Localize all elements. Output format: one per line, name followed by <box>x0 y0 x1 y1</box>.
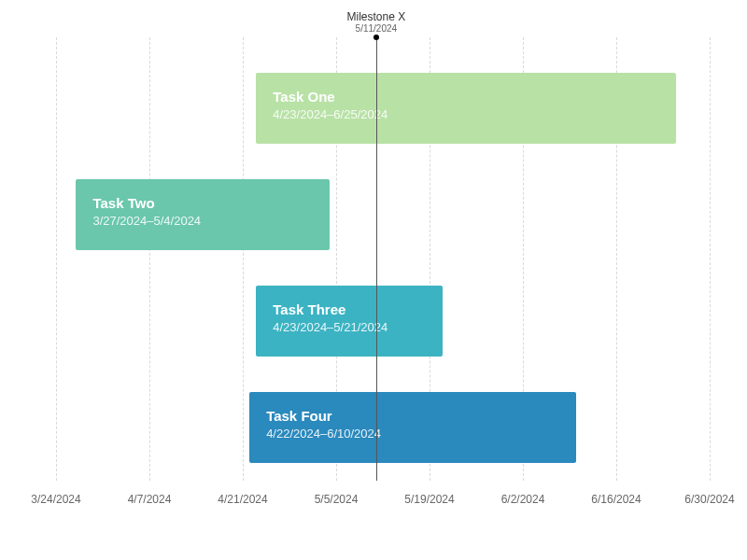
task-name: Task One <box>273 88 659 106</box>
milestone-label: Milestone X5/11/2024 <box>346 11 405 34</box>
x-tick-label: 3/24/2024 <box>31 493 80 506</box>
gantt-chart: Task One4/23/2024–6/25/2024Task Two3/27/… <box>0 0 747 560</box>
x-tick-label: 6/30/2024 <box>684 493 734 506</box>
task-name: Task Two <box>92 194 312 213</box>
task-bar: Task Two3/27/2024–5/4/2024 <box>76 179 329 250</box>
task-dates: 4/23/2024–5/21/2024 <box>273 319 426 336</box>
x-tick-label: 5/5/2024 <box>315 493 359 506</box>
task-bar: Task Three4/23/2024–5/21/2024 <box>256 286 443 357</box>
task-name: Task Three <box>273 301 426 319</box>
task-dates: 3/27/2024–5/4/2024 <box>92 213 312 230</box>
gridline <box>56 37 57 481</box>
milestone-name: Milestone X <box>346 11 405 23</box>
gridline <box>710 37 711 481</box>
task-name: Task Four <box>266 407 559 426</box>
milestone-line <box>376 37 377 481</box>
milestone-dot <box>374 35 379 40</box>
plot-area: Task One4/23/2024–6/25/2024Task Two3/27/… <box>56 37 710 481</box>
task-dates: 4/23/2024–6/25/2024 <box>273 106 659 123</box>
milestone-date: 5/11/2024 <box>346 23 405 34</box>
gridline <box>149 37 150 481</box>
x-tick-label: 6/2/2024 <box>501 493 545 506</box>
task-bar: Task Four4/22/2024–6/10/2024 <box>249 392 576 463</box>
task-dates: 4/22/2024–6/10/2024 <box>266 426 559 442</box>
x-tick-label: 4/7/2024 <box>128 493 172 506</box>
task-bar: Task One4/23/2024–6/25/2024 <box>256 73 676 144</box>
x-tick-label: 5/19/2024 <box>404 493 454 506</box>
x-tick-label: 4/21/2024 <box>218 493 267 506</box>
gridline <box>243 37 244 481</box>
x-tick-label: 6/16/2024 <box>591 493 641 506</box>
